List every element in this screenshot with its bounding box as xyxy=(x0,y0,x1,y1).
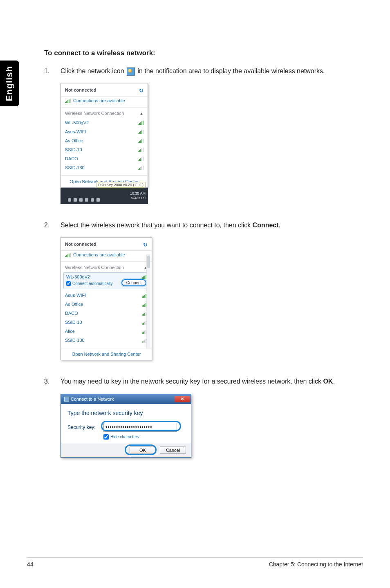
signal-icon xyxy=(65,98,71,103)
hide-characters-checkbox[interactable]: Hide characters xyxy=(103,434,184,440)
network-name: SSID-130 xyxy=(65,165,85,170)
security-key-input[interactable] xyxy=(103,423,177,432)
step-3-number: 3. xyxy=(44,377,61,386)
network-name: SSID-10 xyxy=(65,147,82,152)
screenshot-network-flyout-2: Not connected ↻ Connections are availabl… xyxy=(61,237,346,360)
network-name: Alice xyxy=(65,329,75,334)
signal-bars-icon xyxy=(138,147,143,152)
network-item[interactable]: SSID-130 xyxy=(61,163,148,172)
signal-bars-icon xyxy=(138,156,143,161)
chapter-label: Chapter 5: Connecting to the Internet xyxy=(269,561,363,568)
chevron-up-icon[interactable]: ▲ xyxy=(139,111,143,116)
network-name: SSID-130 xyxy=(65,338,85,343)
flyout2-section-label: Wireless Network Connection xyxy=(65,265,124,270)
network-item[interactable]: WL-500gV2 xyxy=(61,118,148,127)
flyout2-network-list: Asus-WIFI As Office DACO SSID-10 Alice xyxy=(61,290,152,348)
connect-button[interactable]: Connect xyxy=(121,279,146,286)
section-heading: To connect to a wireless network: xyxy=(44,49,346,57)
page-number: 44 xyxy=(27,561,34,568)
tray-icon[interactable] xyxy=(74,198,77,202)
flyout1-available: Connections are available xyxy=(73,98,125,103)
security-key-label: Security key: xyxy=(67,424,99,430)
signal-bars-icon xyxy=(138,165,143,170)
network-name: As Office xyxy=(65,138,83,143)
scrollbar[interactable] xyxy=(146,254,150,349)
screenshot-network-flyout-1: Not connected ↻ Connections are availabl… xyxy=(61,83,346,204)
ok-button[interactable]: OK xyxy=(130,447,156,454)
network-flyout-2: Not connected ↻ Connections are availabl… xyxy=(61,237,152,360)
selected-network-name: WL-500gV2 xyxy=(66,274,90,279)
network-item[interactable]: SSID-10 xyxy=(61,318,152,327)
tray-tooltip: PaintKey 2000 v8.29 ( Full ) xyxy=(96,182,146,188)
open-network-sharing-link[interactable]: Open Network and Sharing Center xyxy=(61,348,152,360)
network-item[interactable]: As Office xyxy=(61,136,148,145)
network-name: SSID-10 xyxy=(65,320,82,325)
flyout2-title: Not connected xyxy=(65,242,96,247)
screenshot-security-key-dialog: Connect to a Network ✕ Type the network … xyxy=(61,394,346,458)
signal-bars-icon xyxy=(138,120,143,125)
taskbar-tray: PaintKey 2000 v8.29 ( Full ) 10:35 AM 9/… xyxy=(61,188,148,204)
network-name: As Office xyxy=(65,302,83,307)
tray-icon[interactable] xyxy=(79,198,83,202)
network-item[interactable]: DACO xyxy=(61,309,152,318)
hide-characters-input[interactable] xyxy=(103,434,109,440)
flyout1-network-list: WL-500gV2 Asus-WIFI As Office SSID-10 xyxy=(61,117,148,175)
dialog-title: Connect to a Network xyxy=(71,397,114,402)
security-key-dialog: Connect to a Network ✕ Type the network … xyxy=(61,394,191,458)
connect-auto-label: Connect automatically xyxy=(72,281,112,286)
network-name: Asus-WIFI xyxy=(65,293,86,298)
network-name: DACO xyxy=(65,156,78,161)
tray-icons xyxy=(68,198,100,202)
hide-characters-label: Hide characters xyxy=(110,435,139,439)
step-2-text-a: Select the wireless network that you wan… xyxy=(61,222,253,229)
language-tab-label: English xyxy=(4,66,15,101)
tray-icon[interactable] xyxy=(96,198,100,202)
tray-icon[interactable] xyxy=(85,198,88,202)
page-footer: 44 Chapter 5: Connecting to the Internet xyxy=(27,557,363,568)
flyout2-available: Connections are available xyxy=(73,252,125,257)
step-2-bold: Connect xyxy=(253,222,279,229)
step-3-text-b: . xyxy=(333,378,334,385)
network-name: WL-500gV2 xyxy=(65,120,89,125)
dialog-titlebar: Connect to a Network ✕ xyxy=(61,394,191,404)
signal-bars-icon xyxy=(141,274,146,279)
network-item[interactable]: Alice xyxy=(61,327,152,336)
network-tray-icon xyxy=(127,67,135,76)
step-1-text-after: in the notification area to display the … xyxy=(138,67,325,74)
step-2-text-b: . xyxy=(279,222,280,229)
network-name: DACO xyxy=(65,311,78,316)
network-item[interactable]: SSID-130 xyxy=(61,336,152,345)
network-item[interactable]: Asus-WIFI xyxy=(61,127,148,136)
signal-icon xyxy=(65,252,71,257)
network-name: Asus-WIFI xyxy=(65,129,86,134)
network-item[interactable]: SSID-10 xyxy=(61,145,148,154)
tray-date: 9/4/2009 xyxy=(131,196,146,200)
connect-auto-input[interactable] xyxy=(66,281,71,286)
tray-time: 10:35 AM xyxy=(130,191,146,196)
window-icon xyxy=(64,397,69,402)
dialog-prompt: Type the network security key xyxy=(67,410,184,416)
step-2-number: 2. xyxy=(44,220,61,230)
language-tab: English xyxy=(0,61,19,106)
step-3: 3. You may need to key in the network se… xyxy=(44,377,346,386)
network-item[interactable]: DACO xyxy=(61,154,148,163)
refresh-icon[interactable]: ↻ xyxy=(139,88,143,94)
signal-bars-icon xyxy=(138,129,143,134)
flyout1-title: Not connected xyxy=(65,88,96,92)
step-3-bold: OK xyxy=(323,378,333,385)
tray-icon[interactable] xyxy=(68,198,71,202)
flyout1-section-label: Wireless Network Connection xyxy=(65,111,124,116)
connect-automatically-checkbox[interactable]: Connect automatically xyxy=(66,281,112,286)
refresh-icon[interactable]: ↻ xyxy=(143,242,148,248)
selected-network-panel: WL-500gV2 Connect automatically Connect xyxy=(63,272,149,289)
step-2: 2. Select the wireless network that you … xyxy=(44,220,346,230)
network-flyout-1: Not connected ↻ Connections are availabl… xyxy=(61,83,148,188)
step-1-text-before: Click the network icon xyxy=(61,67,126,74)
close-button[interactable]: ✕ xyxy=(175,396,190,402)
network-item[interactable]: As Office xyxy=(61,300,152,309)
cancel-button[interactable]: Cancel xyxy=(160,447,186,454)
signal-bars-icon xyxy=(138,138,143,143)
network-item[interactable]: Asus-WIFI xyxy=(61,291,152,300)
tray-icon[interactable] xyxy=(91,198,94,202)
step-1: 1. Click the network icon in the notific… xyxy=(44,66,346,76)
